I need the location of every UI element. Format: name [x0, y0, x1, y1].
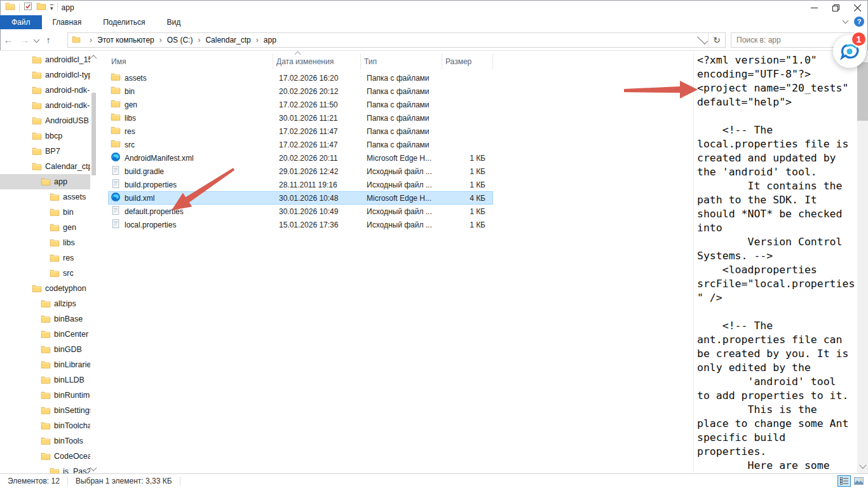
breadcrumb-separator: ›	[198, 36, 200, 44]
tree-item[interactable]: android-ndk-	[0, 98, 90, 113]
file-name: assets	[125, 74, 147, 83]
file-row[interactable]: build.gradle29.01.2026 12:42Исходный фай…	[108, 165, 493, 178]
address-dropdown-chevron-icon[interactable]	[697, 34, 708, 44]
breadcrumb-this-pc[interactable]: Этот компьютер	[97, 36, 154, 44]
tab-share[interactable]: Поделиться	[92, 15, 156, 29]
navigation-pane: androidlcl_15androidlcl-typandroid-ndk-a…	[0, 51, 97, 473]
folder-icon	[50, 222, 60, 233]
chat-overlay[interactable]: 1	[833, 35, 866, 68]
tab-home[interactable]: Главная	[42, 15, 93, 29]
tree-item[interactable]: binTools	[0, 433, 90, 449]
file-type: Исходный файл ...	[361, 167, 442, 176]
up-button[interactable]: ↑	[40, 35, 57, 45]
file-name: local.properties	[125, 220, 176, 229]
breadcrumb-os-c[interactable]: OS (C:)	[167, 36, 193, 44]
help-icon[interactable]: ?	[854, 17, 864, 27]
file-name: src	[125, 140, 135, 149]
folder-icon	[41, 344, 51, 355]
tree-item[interactable]: binCenter	[0, 327, 90, 342]
scrollbar-thumb[interactable]	[857, 62, 868, 121]
tree-item[interactable]: assets	[0, 189, 90, 205]
edge-icon	[111, 152, 121, 164]
tree-item[interactable]: BP7	[0, 144, 90, 159]
file-row[interactable]: build.xml30.01.2026 10:48Microsoft Edge …	[108, 191, 493, 205]
column-header-size[interactable]: Размер	[442, 53, 493, 70]
file-name: gen	[125, 100, 137, 109]
details-view-button[interactable]	[837, 475, 851, 487]
file-row[interactable]: default.properties30.01.2026 10:49Исходн…	[108, 205, 493, 218]
tab-file[interactable]: Файл	[0, 15, 42, 29]
tree-item[interactable]: androidlcl-typ	[0, 67, 90, 83]
column-header-name[interactable]: Имя	[108, 53, 273, 70]
file-row[interactable]: AndroidManifest.xml20.02.2026 20:11Micro…	[108, 151, 493, 165]
new-folder-icon[interactable]	[36, 1, 46, 14]
tree-item[interactable]: binToolchai	[0, 418, 90, 433]
tree-item[interactable]: bbcp	[0, 128, 90, 144]
tree-item[interactable]: binLLDB	[0, 372, 90, 388]
tree-item[interactable]: binBase	[0, 311, 90, 327]
back-button[interactable]: ←	[0, 34, 17, 45]
file-size: 1 КБ	[442, 154, 493, 163]
tree-item[interactable]: allzips	[0, 296, 90, 311]
recent-locations-chevron-icon[interactable]	[34, 37, 40, 43]
file-list-body: assets17.02.2026 16:20Папка с файламиbin…	[108, 71, 493, 231]
file-row[interactable]: build.properties28.11.2011 19:16Исходный…	[108, 178, 493, 191]
tree-item[interactable]: gen	[0, 220, 90, 235]
tab-view[interactable]: Вид	[156, 15, 191, 29]
folder-icon	[41, 421, 51, 431]
tree-item[interactable]: libs	[0, 235, 90, 250]
file-row[interactable]: res17.02.2026 11:47Папка с файлами	[108, 125, 493, 138]
forward-button[interactable]: →	[17, 34, 33, 45]
tree-item-label: androidlcl-typ	[45, 71, 90, 79]
tree-item[interactable]: android-ndk-	[0, 83, 90, 98]
file-row[interactable]: src17.02.2026 11:47Папка с файлами	[108, 138, 493, 151]
expand-ribbon-chevron-icon[interactable]	[843, 18, 849, 24]
scroll-up-icon[interactable]	[90, 55, 97, 62]
thumbnail-view-button[interactable]	[852, 475, 865, 487]
tree-item[interactable]: Calendar_ctp	[0, 159, 90, 174]
file-row[interactable]: assets17.02.2026 16:20Папка с файлами	[108, 71, 493, 85]
column-header-type[interactable]: Тип	[361, 53, 442, 70]
close-button[interactable]	[846, 0, 868, 15]
tree-item[interactable]: app	[0, 174, 90, 189]
scroll-down-icon[interactable]	[859, 461, 866, 468]
scrollbar-thumb[interactable]	[92, 93, 96, 175]
sidebar-scrollbar[interactable]	[90, 51, 97, 473]
file-row[interactable]: libs30.01.2026 11:21Папка с файлами	[108, 111, 493, 125]
file-row[interactable]: bin20.02.2026 20:12Папка с файлами	[108, 85, 493, 98]
minimize-button[interactable]	[803, 0, 825, 15]
file-row[interactable]: gen17.02.2026 11:50Папка с файлами	[108, 98, 493, 111]
file-row[interactable]: local.properties15.01.2026 17:36Исходный…	[108, 218, 493, 231]
tree-item[interactable]: CodeOcean	[0, 449, 90, 464]
refresh-icon[interactable]: ↻	[708, 33, 725, 47]
restore-button[interactable]	[825, 0, 846, 15]
ribbon-tabs: Файл Главная Поделиться Вид	[0, 15, 868, 29]
tree-item-label: binToolchai	[54, 421, 90, 430]
tree-item-label: Calendar_ctp	[45, 162, 90, 171]
tree-item[interactable]: src	[0, 266, 90, 281]
tree-item[interactable]: binRuntime	[0, 388, 90, 403]
breadcrumb-calendar-ctp[interactable]: Calendar_ctp	[205, 36, 250, 44]
tree-item[interactable]: binSettings	[0, 403, 90, 418]
file-size: 1 КБ	[442, 207, 493, 216]
properties-checkbox-icon[interactable]	[24, 2, 32, 13]
tree-item[interactable]: codetyphon	[0, 281, 90, 296]
tree-item[interactable]: AndroidUSB	[0, 113, 90, 128]
tree-item[interactable]: androidlcl_15	[0, 52, 90, 67]
scroll-down-icon[interactable]	[90, 464, 97, 471]
address-bar[interactable]: › Этот компьютер › OS (C:) › Calendar_ct…	[67, 32, 726, 48]
file-name: build.gradle	[125, 167, 164, 176]
folder-icon	[111, 85, 121, 97]
tree-item[interactable]: binGDB	[0, 342, 90, 357]
tree-item[interactable]: binLibraries	[0, 357, 90, 372]
tree-item[interactable]: bin	[0, 205, 90, 220]
tree-item[interactable]: is_Pas2Jav	[0, 464, 90, 473]
column-header-date[interactable]: Дата изменения	[273, 53, 361, 70]
breadcrumb-app[interactable]: app	[264, 36, 276, 44]
preview-scrollbar[interactable]	[857, 51, 868, 473]
tree-item-label: src	[63, 269, 74, 278]
customize-qat-chevron-icon[interactable]: ▾	[50, 4, 53, 11]
folder-icon	[41, 360, 51, 370]
tree-item[interactable]: res	[0, 250, 90, 266]
tree-item-label: binTools	[54, 437, 83, 445]
